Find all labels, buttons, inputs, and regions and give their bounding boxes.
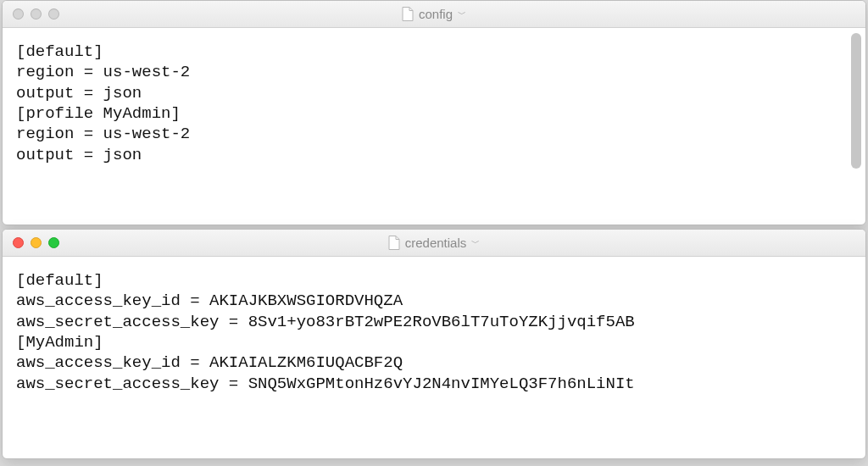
chevron-down-icon: ﹀ (458, 8, 466, 20)
traffic-lights (13, 8, 59, 19)
titlebar[interactable]: config ﹀ (3, 1, 865, 28)
zoom-button[interactable] (48, 8, 59, 19)
file-icon (388, 236, 400, 250)
zoom-button[interactable] (48, 237, 59, 248)
close-button[interactable] (13, 8, 24, 19)
title-dropdown[interactable]: config ﹀ (402, 7, 466, 21)
window-title: credentials (405, 236, 467, 250)
chevron-down-icon: ﹀ (471, 237, 480, 249)
file-icon (402, 7, 414, 21)
traffic-lights (13, 237, 59, 248)
scrollbar[interactable] (850, 33, 862, 219)
editor-window-config: config ﹀ [default] region = us-west-2 ou… (2, 0, 866, 225)
titlebar[interactable]: credentials ﹀ (3, 230, 865, 257)
text-content[interactable]: [default] region = us-west-2 output = js… (3, 28, 865, 225)
title-dropdown[interactable]: credentials ﹀ (388, 236, 481, 250)
window-title: config (419, 7, 453, 21)
scrollbar-thumb[interactable] (851, 33, 861, 169)
editor-window-credentials: credentials ﹀ [default] aws_access_key_i… (2, 229, 866, 459)
minimize-button[interactable] (31, 8, 42, 19)
close-button[interactable] (13, 237, 24, 248)
text-content[interactable]: [default] aws_access_key_id = AKIAJKBXWS… (3, 257, 865, 458)
minimize-button[interactable] (31, 237, 42, 248)
